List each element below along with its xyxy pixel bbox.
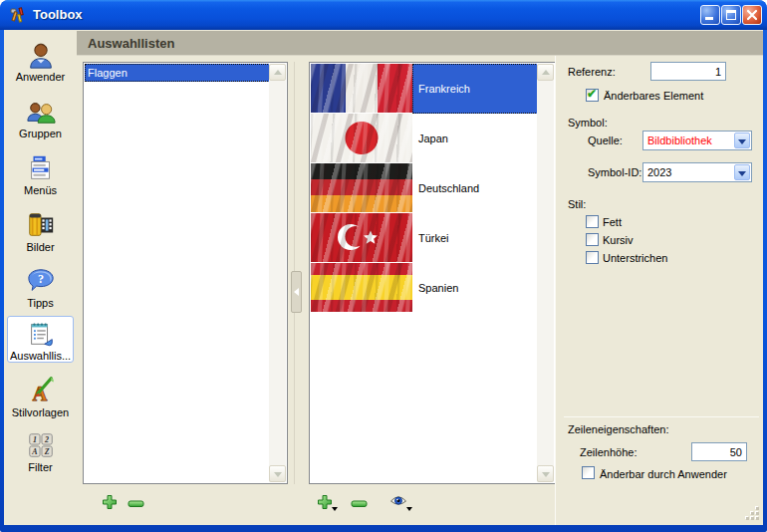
sidebar-item-filter[interactable]: 1 2 A Z Filter [6, 428, 75, 473]
dropdown-arrow-icon [406, 507, 412, 511]
sidebar-item-label: Bilder [6, 241, 75, 253]
sidebar-item-stilvorlagen[interactable]: A Stilvorlagen [6, 374, 75, 418]
images-icon [25, 210, 57, 240]
stil-label: Stil: [568, 198, 586, 210]
flag-row-label: Türkei [412, 213, 538, 263]
flag-row-label: Frankreich [412, 64, 538, 114]
sidebar: Anwender Gruppen [4, 30, 77, 525]
chevron-down-icon [738, 139, 746, 144]
quelle-dropdown[interactable]: Bildbibliothek [642, 131, 752, 150]
flag-entries-listbox[interactable]: Frankreich Japan Deutschland Türke [309, 62, 556, 484]
turkey-flag-image [311, 213, 412, 262]
close-button[interactable] [742, 5, 762, 25]
sidebar-item-tipps[interactable]: ? Tipps [6, 264, 75, 309]
minimize-button[interactable] [700, 5, 720, 25]
minus-icon [351, 500, 368, 508]
scroll-down-button[interactable] [537, 465, 554, 482]
sidebar-item-label: Menüs [6, 184, 75, 196]
flag-row-label: Deutschland [412, 163, 538, 213]
scroll-up-button[interactable] [269, 64, 286, 81]
dropdown-button[interactable] [734, 164, 750, 180]
sidebar-item-label: Stilvorlagen [6, 406, 75, 418]
flag-row-deutschland[interactable]: Deutschland [311, 163, 538, 213]
minus-icon [128, 500, 144, 508]
close-icon [746, 9, 758, 21]
splitter-handle[interactable] [291, 271, 302, 313]
zeilenhoehe-label: Zeilenhöhe: [580, 446, 638, 458]
kursiv-checkbox[interactable] [586, 233, 599, 246]
scroll-down-button[interactable] [269, 465, 286, 482]
referenz-input[interactable] [650, 62, 726, 81]
window-title: Toolbox [33, 0, 83, 30]
add-entry-button[interactable] [317, 494, 333, 512]
sidebar-item-gruppen[interactable]: Gruppen [6, 95, 75, 139]
svg-text:Z: Z [43, 447, 49, 456]
sidebar-item-auswahllisten[interactable]: Auswahllis... [7, 316, 74, 363]
maximize-button[interactable] [721, 5, 741, 25]
list1-scrollbar[interactable] [269, 64, 286, 482]
zeilenhoehe-input[interactable] [691, 442, 747, 461]
chevron-up-icon [542, 70, 550, 75]
toolbox-app-icon [9, 6, 27, 24]
turkey-crescent-star [311, 213, 412, 262]
referenz-label: Referenz: [568, 66, 616, 78]
list-item-flaggen[interactable]: Flaggen [85, 64, 270, 82]
flag-row-frankreich[interactable]: Frankreich [311, 64, 538, 114]
aenderbar-durch-anwender-label: Änderbar durch Anwender [600, 468, 727, 480]
symbol-id-value: 2023 [647, 166, 671, 178]
aenderbares-element-label: Änderbares Element [604, 90, 703, 102]
dropdown-button[interactable] [734, 133, 750, 148]
maximize-icon [726, 10, 736, 20]
sidebar-item-label: Auswahllis... [8, 350, 73, 362]
plus-icon [102, 494, 118, 510]
add-list-button[interactable] [102, 494, 118, 512]
panel-divider [555, 56, 556, 525]
svg-text:?: ? [37, 272, 43, 286]
unterstrichen-checkbox[interactable] [586, 251, 599, 264]
symbol-label: Symbol: [568, 117, 608, 129]
sidebar-item-bilder[interactable]: Bilder [6, 208, 75, 253]
minimize-icon [705, 17, 713, 20]
svg-text:1: 1 [32, 435, 36, 444]
style-brush-icon: A [25, 376, 57, 405]
spain-flag-image [311, 263, 412, 312]
dropdown-arrow-icon [332, 507, 338, 511]
plus-icon [317, 494, 333, 510]
selection-lists-listbox[interactable]: Flaggen [83, 62, 288, 484]
flag-row-japan[interactable]: Japan [311, 114, 538, 163]
sidebar-item-menues[interactable]: Menüs [6, 151, 75, 196]
aenderbar-durch-anwender-checkbox[interactable] [582, 466, 595, 479]
france-flag-image [311, 64, 412, 113]
sidebar-item-label: Filter [6, 461, 75, 473]
list2-scrollbar[interactable] [537, 64, 554, 482]
flag-row-label: Spanien [412, 263, 538, 313]
resize-grip[interactable] [745, 506, 759, 520]
fett-label: Fett [603, 216, 622, 228]
kursiv-label: Kursiv [603, 234, 634, 246]
eye-icon [389, 494, 407, 508]
checkmark-icon: ✔ [587, 87, 597, 101]
help-bubble-icon: ? [25, 266, 57, 296]
flag-row-tuerkei[interactable]: Türkei [311, 213, 538, 263]
sidebar-item-label: Tipps [6, 297, 75, 309]
remove-list-button[interactable] [128, 498, 144, 510]
remove-entry-button[interactable] [351, 498, 368, 510]
scroll-up-button[interactable] [537, 64, 554, 81]
aenderbares-element-checkbox[interactable]: ✔ [586, 89, 599, 102]
sidebar-item-label: Anwender [6, 71, 75, 83]
chevron-down-icon [738, 171, 746, 176]
fett-checkbox[interactable] [586, 215, 599, 228]
symbol-id-label: Symbol-ID: [588, 166, 641, 178]
client-area: Auswahllisten Anwender [4, 30, 763, 525]
svg-text:2: 2 [44, 435, 49, 444]
titlebar[interactable]: Toolbox [0, 0, 767, 30]
toolbox-window: Toolbox Auswahllisten Anwender [0, 0, 767, 532]
user-icon [25, 40, 57, 70]
list-pad-icon [25, 319, 57, 349]
sidebar-item-label: Gruppen [6, 128, 75, 139]
symbol-id-dropdown[interactable]: 2023 [642, 162, 752, 182]
preview-entry-button[interactable] [389, 494, 407, 510]
flag-row-spanien[interactable]: Spanien [311, 263, 538, 313]
sidebar-item-anwender[interactable]: Anwender [6, 38, 75, 83]
unterstrichen-label: Unterstrichen [603, 252, 667, 264]
